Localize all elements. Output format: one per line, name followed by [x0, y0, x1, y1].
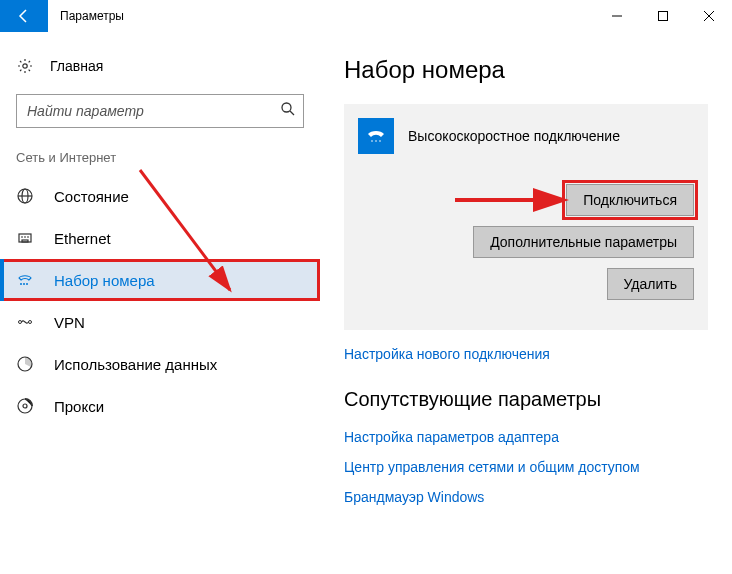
maximize-button[interactable]	[640, 0, 686, 32]
dialup-icon	[16, 271, 34, 289]
adapter-settings-link[interactable]: Настройка параметров адаптера	[344, 429, 708, 445]
firewall-link[interactable]: Брандмауэр Windows	[344, 489, 708, 505]
sidebar-item-label: Набор номера	[54, 272, 155, 289]
connection-panel: Высокоскоростное подключение Подключитьс…	[344, 104, 708, 330]
search-box	[16, 94, 304, 128]
close-button[interactable]	[686, 0, 732, 32]
connection-header[interactable]: Высокоскоростное подключение	[358, 118, 694, 154]
gear-icon	[16, 58, 34, 74]
main-panel: Набор номера Высокоскоростное подключени…	[320, 32, 732, 574]
svg-line-6	[290, 111, 294, 115]
sidebar-item-ethernet[interactable]: Ethernet	[0, 217, 320, 259]
group-header: Сеть и Интернет	[0, 144, 320, 175]
svg-point-5	[282, 103, 291, 112]
delete-button[interactable]: Удалить	[607, 268, 694, 300]
sidebar-item-status[interactable]: Состояние	[0, 175, 320, 217]
data-usage-icon	[16, 355, 34, 373]
proxy-icon	[16, 397, 34, 415]
svg-point-23	[371, 140, 373, 142]
advanced-button[interactable]: Дополнительные параметры	[473, 226, 694, 258]
home-label: Главная	[50, 58, 103, 74]
network-sharing-link[interactable]: Центр управления сетями и общим доступом	[344, 459, 708, 475]
vpn-icon	[16, 313, 34, 331]
sidebar-item-proxy[interactable]: Прокси	[0, 385, 320, 427]
home-link[interactable]: Главная	[0, 50, 320, 82]
sidebar: Главная Сеть и Интернет Состояние Ethern…	[0, 32, 320, 574]
svg-rect-11	[22, 240, 28, 242]
svg-point-19	[29, 321, 32, 324]
svg-point-18	[19, 321, 22, 324]
sidebar-item-label: VPN	[54, 314, 85, 331]
ethernet-icon	[16, 229, 34, 247]
connection-name: Высокоскоростное подключение	[408, 128, 620, 144]
back-button[interactable]	[0, 0, 48, 32]
search-input[interactable]	[16, 94, 304, 128]
sidebar-item-vpn[interactable]: VPN	[0, 301, 320, 343]
sidebar-item-label: Состояние	[54, 188, 129, 205]
sidebar-item-label: Прокси	[54, 398, 104, 415]
new-connection-link[interactable]: Настройка нового подключения	[344, 346, 708, 362]
sidebar-item-datausage[interactable]: Использование данных	[0, 343, 320, 385]
sidebar-item-dialup[interactable]: Набор номера	[0, 259, 320, 301]
svg-rect-1	[659, 12, 668, 21]
related-section-title: Сопутствующие параметры	[344, 388, 708, 411]
search-icon	[280, 101, 296, 121]
titlebar: Параметры	[0, 0, 732, 32]
connection-icon	[358, 118, 394, 154]
svg-point-22	[23, 404, 27, 408]
window-controls	[594, 0, 732, 32]
page-title: Набор номера	[344, 56, 708, 84]
sidebar-item-label: Ethernet	[54, 230, 111, 247]
window-title: Параметры	[60, 9, 594, 23]
sidebar-item-label: Использование данных	[54, 356, 217, 373]
minimize-button[interactable]	[594, 0, 640, 32]
svg-point-25	[379, 140, 381, 142]
svg-point-4	[23, 64, 27, 68]
connect-button[interactable]: Подключиться	[566, 184, 694, 216]
svg-point-24	[375, 140, 377, 142]
globe-icon	[16, 187, 34, 205]
